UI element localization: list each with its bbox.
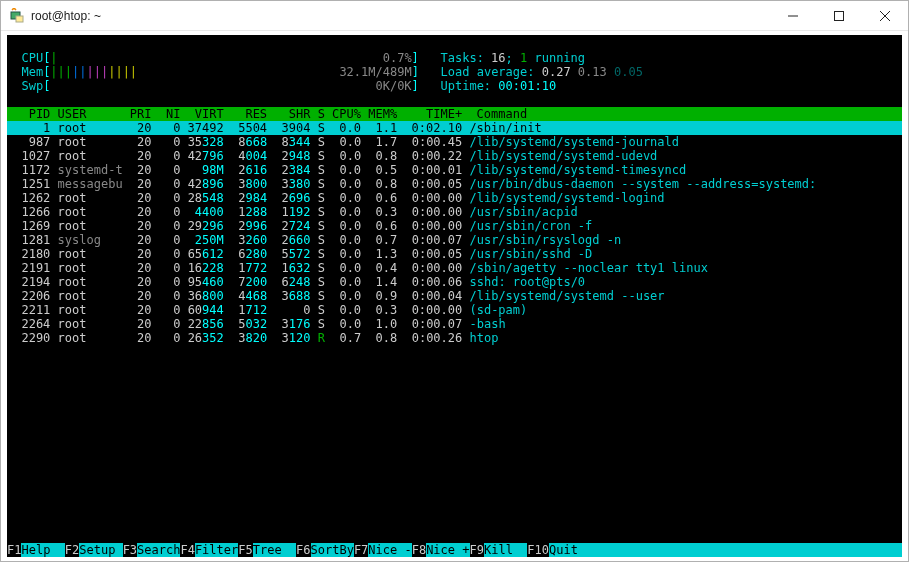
- putty-icon: [9, 8, 25, 24]
- process-row[interactable]: 2290 root 20 0 26352 3820 3120 R 0.7 0.8…: [7, 331, 902, 345]
- minimize-button[interactable]: [770, 1, 816, 30]
- process-row[interactable]: 1 root 20 0 37492 5504 3904 S 0.0 1.1 0:…: [7, 121, 902, 135]
- process-row[interactable]: 987 root 20 0 35328 8668 8344 S 0.0 1.7 …: [7, 135, 902, 149]
- process-row[interactable]: 1027 root 20 0 42796 4004 2948 S 0.0 0.8…: [7, 149, 902, 163]
- swp-meter: Swp[ 0K/0K] Uptime: 00:01:10: [7, 79, 902, 93]
- process-row[interactable]: 1269 root 20 0 29296 2996 2724 S 0.0 0.6…: [7, 219, 902, 233]
- svg-rect-2: [835, 11, 844, 20]
- process-row[interactable]: 2191 root 20 0 16228 1772 1632 S 0.0 0.4…: [7, 261, 902, 275]
- terminal[interactable]: CPU[| 0.7%] Tasks: 16; 1 running Mem[|||…: [7, 35, 902, 557]
- process-row[interactable]: 1281 syslog 20 0 250M 3260 2660 S 0.0 0.…: [7, 233, 902, 247]
- process-row[interactable]: 2211 root 20 0 60944 1712 0 S 0.0 0.3 0:…: [7, 303, 902, 317]
- process-row[interactable]: 1251 messagebu 20 0 42896 3800 3380 S 0.…: [7, 177, 902, 191]
- process-header[interactable]: PID USER PRI NI VIRT RES SHR S CPU% MEM%…: [7, 107, 902, 121]
- process-row[interactable]: 1266 root 20 0 4400 1288 1192 S 0.0 0.3 …: [7, 205, 902, 219]
- process-row[interactable]: 1172 systemd-t 20 0 98M 2616 2384 S 0.0 …: [7, 163, 902, 177]
- mem-meter: Mem[|||||||||||| 32.1M/489M] Load averag…: [7, 65, 902, 79]
- process-row[interactable]: 2180 root 20 0 65612 6280 5572 S 0.0 1.3…: [7, 247, 902, 261]
- window-title: root@htop: ~: [31, 9, 770, 23]
- cpu-meter: CPU[| 0.7%] Tasks: 16; 1 running: [7, 51, 902, 65]
- function-keys[interactable]: F1Help F2Setup F3SearchF4FilterF5Tree F6…: [7, 543, 902, 557]
- process-row[interactable]: 1262 root 20 0 28548 2984 2696 S 0.0 0.6…: [7, 191, 902, 205]
- process-row[interactable]: 2206 root 20 0 36800 4468 3688 S 0.0 0.9…: [7, 289, 902, 303]
- process-row[interactable]: 2194 root 20 0 95460 7200 6248 S 0.0 1.4…: [7, 275, 902, 289]
- process-row[interactable]: 2264 root 20 0 22856 5032 3176 S 0.0 1.0…: [7, 317, 902, 331]
- svg-rect-1: [16, 16, 23, 22]
- app-window: root@htop: ~ CPU[| 0.7%] Tasks: 16; 1 ru…: [0, 0, 909, 562]
- window-controls: [770, 1, 908, 30]
- titlebar[interactable]: root@htop: ~: [1, 1, 908, 31]
- maximize-button[interactable]: [816, 1, 862, 30]
- close-button[interactable]: [862, 1, 908, 30]
